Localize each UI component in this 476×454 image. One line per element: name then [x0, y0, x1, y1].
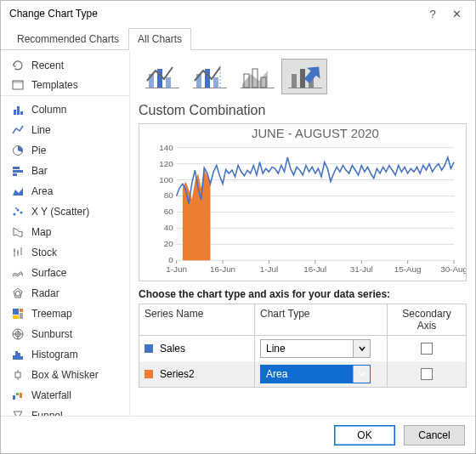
y-tick-label: 100 [159, 175, 173, 184]
sidebar-item-label: Surface [31, 267, 66, 279]
svg-rect-2 [14, 110, 16, 115]
chevron-down-icon [353, 340, 370, 357]
sidebar-item-scatter[interactable]: X Y (Scatter) [1, 201, 129, 222]
radar-icon [11, 287, 25, 300]
svg-rect-30 [15, 351, 18, 360]
column-icon [11, 103, 25, 116]
sidebar-item-waterfall[interactable]: Waterfall [1, 385, 129, 406]
x-tick-label: 1-Jul [260, 264, 278, 274]
combo-subtype-3[interactable] [234, 59, 280, 94]
ok-button[interactable]: OK [334, 425, 395, 445]
secondary-axis-checkbox[interactable] [421, 368, 433, 380]
svg-rect-31 [18, 353, 20, 360]
svg-rect-58 [300, 69, 305, 88]
sidebar-item-label: Column [31, 104, 66, 116]
change-chart-type-dialog: Change Chart Type ? ✕ Recommended Charts… [0, 0, 476, 454]
main-panel: Custom Combination JUNE - AUGUST 2020020… [130, 50, 475, 416]
sidebar-item-bar[interactable]: Bar [1, 161, 129, 181]
sidebar-item-recent[interactable]: Recent [1, 55, 129, 76]
svg-rect-48 [205, 69, 210, 88]
svg-rect-3 [17, 106, 20, 115]
svg-rect-46 [193, 88, 227, 88]
svg-rect-37 [16, 393, 19, 395]
series-color-swatch [144, 370, 153, 378]
svg-point-12 [20, 212, 23, 214]
dialog-footer: OK Cancel [1, 416, 475, 453]
sidebar-item-label: Radar [31, 287, 60, 299]
sidebar-item-templates[interactable]: Templates [1, 76, 129, 96]
funnel-icon [11, 409, 25, 416]
surface-icon [11, 266, 25, 280]
series-color-swatch [144, 344, 153, 353]
series-row[interactable]: Series2Area [139, 361, 466, 387]
svg-rect-36 [13, 395, 15, 400]
svg-rect-56 [288, 88, 322, 88]
svg-marker-52 [242, 71, 268, 88]
sidebar-item-line[interactable]: Line [1, 120, 129, 140]
line-series [177, 157, 454, 204]
y-tick-label: 120 [159, 159, 173, 168]
sidebar-item-box[interactable]: Box & Whisker [1, 365, 129, 385]
sidebar-item-surface[interactable]: Surface [1, 263, 129, 283]
chart-type-sidebar: RecentTemplatesColumnLinePieBarAreaX Y (… [1, 50, 130, 416]
pie-icon [11, 144, 25, 157]
svg-rect-33 [15, 372, 20, 377]
svg-rect-29 [13, 355, 15, 360]
area-series [183, 170, 211, 260]
sidebar-item-label: Histogram [31, 349, 78, 360]
sunburst-icon [11, 327, 25, 341]
recent-icon [11, 59, 25, 72]
combo-subtype-custom[interactable] [281, 59, 327, 94]
chevron-down-icon [353, 366, 370, 383]
tab-all-charts[interactable]: All Charts [128, 28, 191, 50]
header-chart-type: Chart Type [255, 304, 388, 335]
map-icon [11, 225, 25, 239]
sidebar-item-radar[interactable]: Radar [1, 283, 129, 304]
chart-preview: JUNE - AUGUST 20200204060801001201401-Ju… [139, 123, 467, 281]
scatter-icon [11, 205, 25, 218]
svg-rect-21 [13, 309, 19, 315]
sidebar-item-stock[interactable]: Stock [1, 242, 129, 263]
x-tick-label: 15-Aug [394, 264, 422, 274]
sidebar-item-funnel[interactable]: Funnel [1, 406, 129, 416]
secondary-axis-checkbox[interactable] [421, 343, 433, 355]
sidebar-item-sunburst[interactable]: Sunburst [1, 324, 129, 344]
svg-rect-57 [292, 74, 297, 88]
svg-rect-44 [157, 69, 162, 88]
sidebar-item-map[interactable]: Map [1, 222, 129, 242]
sidebar-item-treemap[interactable]: Treemap [1, 304, 129, 324]
sidebar-item-column[interactable]: Column [1, 99, 129, 120]
sidebar-item-pie[interactable]: Pie [1, 140, 129, 161]
waterfall-icon [11, 389, 25, 402]
sidebar-item-area[interactable]: Area [1, 181, 129, 201]
y-tick-label: 60 [164, 207, 173, 216]
series-name-label: Sales [160, 343, 185, 355]
svg-rect-32 [20, 356, 23, 360]
series-instruction: Choose the chart type and axis for your … [139, 288, 467, 300]
sidebar-item-label: Area [31, 185, 53, 197]
sidebar-item-label: Treemap [31, 308, 72, 320]
combo-subtype-1[interactable] [139, 59, 184, 94]
sidebar-item-label: X Y (Scatter) [31, 206, 89, 218]
svg-rect-49 [213, 77, 218, 88]
x-tick-label: 31-Jul [350, 264, 373, 274]
svg-rect-24 [13, 315, 19, 319]
svg-point-13 [15, 207, 17, 209]
tab-recommended-charts[interactable]: Recommended Charts [8, 28, 128, 50]
sidebar-item-histogram[interactable]: Histogram [1, 344, 129, 365]
chart-type-select[interactable]: Area [260, 365, 371, 383]
chart-type-value: Area [261, 366, 353, 383]
svg-rect-6 [13, 167, 20, 169]
combo-subtype-2[interactable] [186, 59, 232, 94]
svg-rect-42 [145, 88, 179, 88]
series-row[interactable]: SalesLine [139, 336, 466, 361]
sidebar-item-label: Stock [31, 247, 57, 258]
close-button[interactable]: ✕ [445, 4, 468, 23]
chart-type-select[interactable]: Line [260, 339, 371, 358]
templates-icon [11, 78, 25, 92]
dialog-title: Change Chart Type [9, 8, 421, 20]
x-tick-label: 16-Jul [303, 264, 326, 274]
sidebar-item-label: Pie [31, 145, 46, 156]
help-button[interactable]: ? [421, 4, 445, 23]
cancel-button[interactable]: Cancel [404, 425, 465, 445]
